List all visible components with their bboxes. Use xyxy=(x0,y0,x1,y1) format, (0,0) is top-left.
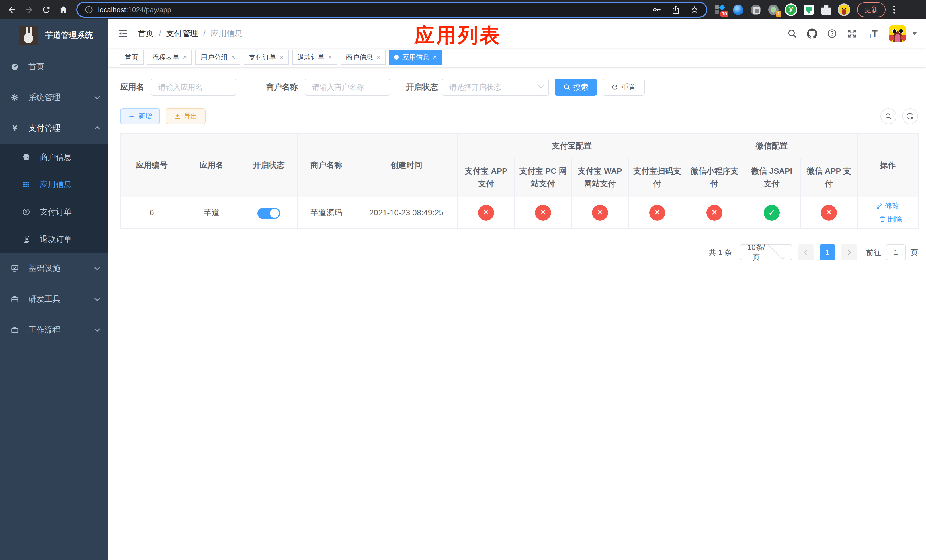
chevron-left-icon xyxy=(804,250,809,255)
forward-button[interactable] xyxy=(22,2,36,17)
extensions-puzzle-icon[interactable] xyxy=(821,5,831,15)
dashboard-icon xyxy=(10,62,20,71)
enabled-toggle[interactable] xyxy=(257,207,280,219)
tab-process-form[interactable]: 流程表单 xyxy=(147,50,192,65)
sidebar-item-home[interactable]: 首页 xyxy=(0,51,108,82)
sidebar-item-refund-orders[interactable]: 退款订单 xyxy=(0,226,108,253)
collapse-sidebar-icon[interactable] xyxy=(117,28,129,39)
col-app-id: 应用编号 xyxy=(121,133,183,197)
yen-circle-icon xyxy=(22,207,31,216)
goto-page-input[interactable] xyxy=(885,244,906,260)
cell-merchant: 芋道源码 xyxy=(298,197,355,229)
forward-icon xyxy=(24,5,34,15)
home-button[interactable] xyxy=(56,2,71,17)
close-icon[interactable] xyxy=(328,54,332,61)
export-button[interactable]: 导出 xyxy=(166,108,206,124)
prev-page-button[interactable] xyxy=(798,244,814,260)
fullscreen-icon[interactable] xyxy=(847,29,857,39)
tab-app-info[interactable]: 应用信息 xyxy=(389,50,442,65)
close-icon[interactable] xyxy=(231,54,235,61)
status-select[interactable]: 请选择开启状态 xyxy=(442,79,549,96)
extension-balloon-icon[interactable] xyxy=(733,5,743,15)
sidebar-item-payment[interactable]: ¥ 支付管理 xyxy=(0,113,108,144)
plus-icon xyxy=(128,112,136,120)
document-icon xyxy=(22,235,31,244)
extension-badge: 10 xyxy=(720,11,728,17)
app-name-label: 应用名 xyxy=(120,82,144,92)
sidebar-item-workflow[interactable]: 工作流程 xyxy=(0,315,108,345)
extension-badge: 1 xyxy=(776,11,781,17)
edit-link[interactable]: 修改 xyxy=(876,200,900,212)
col-wechat-mini: 微信小程序支付 xyxy=(686,158,743,197)
sidebar-item-merchant-info[interactable]: 商户信息 xyxy=(0,144,108,171)
sidebar-item-infrastructure[interactable]: 基础设施 xyxy=(0,253,108,284)
reset-button[interactable]: 重置 xyxy=(602,79,645,96)
monitor-icon xyxy=(10,264,20,273)
col-merchant: 商户名称 xyxy=(298,133,355,197)
chevron-up-icon xyxy=(94,126,100,132)
tab-home[interactable]: 首页 xyxy=(120,50,144,65)
extension-chat-icon[interactable] xyxy=(803,5,814,15)
extension-record-icon[interactable]: 1 xyxy=(768,5,779,15)
show-search-button[interactable] xyxy=(881,108,896,124)
group-wechat-config: 微信配置 xyxy=(686,133,857,158)
site-info-icon[interactable] xyxy=(84,5,94,14)
next-page-button[interactable] xyxy=(841,244,857,260)
tab-pay-orders[interactable]: 支付订单 xyxy=(244,50,289,65)
status-label: 开启状态 xyxy=(406,82,438,92)
extension-tray: 10 1 xyxy=(715,5,849,15)
tab-merchant-info[interactable]: 商户信息 xyxy=(340,50,386,65)
add-button[interactable]: 新增 xyxy=(120,108,160,124)
help-icon[interactable] xyxy=(827,29,837,39)
avatar-caret-icon[interactable] xyxy=(912,32,917,35)
logo-row[interactable]: 芋道管理系统 xyxy=(0,20,108,51)
main-area: 首页 / 支付管理 / 应用信息 应用列表 xyxy=(108,20,926,560)
github-icon[interactable] xyxy=(807,29,817,39)
chrome-menu-icon[interactable] xyxy=(890,6,898,14)
chrome-update-button[interactable]: 更新 xyxy=(857,2,885,17)
close-icon[interactable] xyxy=(183,54,187,61)
chevron-down-icon xyxy=(94,326,100,332)
app-name-input[interactable] xyxy=(151,79,236,96)
delete-link[interactable]: 删除 xyxy=(879,213,902,225)
payment-submenu: 商户信息 应用信息 支付订单 xyxy=(0,144,108,253)
reload-button[interactable] xyxy=(39,2,53,17)
extension-tiles-icon[interactable]: 10 xyxy=(715,5,726,15)
font-size-icon[interactable] xyxy=(867,29,879,39)
trash-icon xyxy=(879,216,886,222)
profile-emoji-icon[interactable] xyxy=(839,5,849,15)
tab-refund-orders[interactable]: 退款订单 xyxy=(292,50,337,65)
close-icon[interactable] xyxy=(280,54,284,61)
bookmark-star-icon[interactable] xyxy=(690,5,699,15)
url-bar[interactable]: localhost:1024/pay/app xyxy=(76,2,707,18)
extension-command-icon[interactable] xyxy=(750,5,761,15)
download-icon xyxy=(174,112,181,120)
page-number-1[interactable]: 1 xyxy=(820,244,835,260)
annotation-app-list: 应用列表 xyxy=(415,22,501,49)
app-shell: 芋道管理系统 首页 系统管理 ¥ 支付管理 xyxy=(0,20,926,560)
search-icon[interactable] xyxy=(787,29,797,39)
col-operations: 操作 xyxy=(857,133,918,197)
merchant-name-input[interactable] xyxy=(305,79,390,96)
page-size-select[interactable]: 10条/页 xyxy=(740,244,792,260)
breadcrumb-payment[interactable]: 支付管理 xyxy=(166,28,198,39)
password-key-icon[interactable] xyxy=(652,5,662,15)
refresh-table-button[interactable] xyxy=(902,108,918,124)
sidebar-item-dev-tools[interactable]: 研发工具 xyxy=(0,284,108,315)
col-wechat-app: 微信 APP 支付 xyxy=(800,158,857,197)
extension-y-icon[interactable] xyxy=(786,5,796,15)
sidebar-item-app-info[interactable]: 应用信息 xyxy=(0,171,108,198)
back-icon xyxy=(7,5,17,15)
close-icon[interactable] xyxy=(377,54,380,61)
breadcrumb-home[interactable]: 首页 xyxy=(138,28,154,39)
alipay-wap-status-icon xyxy=(592,205,608,221)
content: 应用名 商户名称 开启状态 请选择开启状态 搜索 重置 xyxy=(108,67,926,560)
close-icon[interactable] xyxy=(433,54,437,61)
search-button[interactable]: 搜索 xyxy=(555,79,597,96)
share-icon[interactable] xyxy=(671,5,681,15)
sidebar-item-pay-orders[interactable]: 支付订单 xyxy=(0,198,108,226)
sidebar-item-system[interactable]: 系统管理 xyxy=(0,82,108,113)
tab-user-group[interactable]: 用户分组 xyxy=(195,50,240,65)
back-button[interactable] xyxy=(5,2,20,17)
avatar[interactable] xyxy=(889,25,906,42)
